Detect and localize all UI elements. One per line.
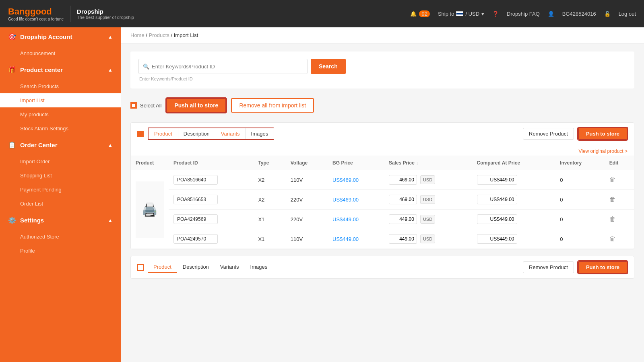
sidebar-section-product: 🎁 Product center ▲ Search Products Impor… <box>0 60 121 136</box>
product-id-input[interactable] <box>173 195 218 204</box>
sidebar-item-announcement[interactable]: Announcement <box>0 46 121 60</box>
remove-product-button-2[interactable]: Remove Product <box>523 261 574 273</box>
compared-price-input[interactable] <box>477 234 517 244</box>
sales-price-input[interactable] <box>389 234 417 244</box>
product-card-1: Product Description Variants Images Remo… <box>130 122 634 249</box>
import-order-label: Import Order <box>20 158 50 165</box>
sales-price-input[interactable] <box>389 195 417 204</box>
delete-icon[interactable]: 🗑 <box>609 235 616 242</box>
sidebar-section-settings: ⚙️ Settings ▲ Authorized Store Profile <box>0 211 121 258</box>
product-id-cell <box>169 190 253 210</box>
username-link[interactable]: BG428524016 <box>562 11 596 17</box>
remove-all-button[interactable]: Remove all from import list <box>231 98 314 113</box>
search-input[interactable] <box>152 64 303 70</box>
sidebar-order-header[interactable]: 📋 Order Center ▲ <box>0 136 121 154</box>
tab2-variants[interactable]: Variants <box>215 261 245 273</box>
th-voltage: Voltage <box>286 156 328 170</box>
table-row: 🖨️X2110VUS$469.00USD0🗑 <box>131 170 634 190</box>
sidebar-item-import-order[interactable]: Import Order <box>0 154 121 169</box>
th-product: Product <box>131 156 169 170</box>
announcement-label: Announcement <box>20 50 55 56</box>
tab2-description[interactable]: Description <box>177 261 215 273</box>
sidebar-item-order-list[interactable]: Order List <box>0 197 121 211</box>
product-id-input[interactable] <box>173 214 218 224</box>
tab-variants[interactable]: Variants <box>215 128 246 139</box>
sidebar-item-search-products[interactable]: Search Products <box>0 79 121 93</box>
product-image-cell: 🖨️ <box>131 170 169 249</box>
compared-price-input[interactable] <box>477 214 517 224</box>
sidebar-settings-header[interactable]: ⚙️ Settings ▲ <box>0 211 121 230</box>
push-to-store-button[interactable]: Push to store <box>578 128 627 140</box>
payment-pending-label: Payment Pending <box>20 187 62 193</box>
th-inventory: Inventory <box>555 156 605 170</box>
compared-price-cell <box>472 190 555 210</box>
tab-product[interactable]: Product <box>149 128 178 139</box>
authorized-store-label: Authorized Store <box>20 234 59 240</box>
sidebar-section-dropship: 🎯 Dropship Account ▲ Announcement <box>0 27 121 60</box>
search-area: 🔍 Search Enter Keywords/Product ID <box>130 51 634 88</box>
currency-label: / USD <box>465 11 479 17</box>
product-card-2-checkbox[interactable] <box>137 264 144 271</box>
sidebar-item-authorized-store[interactable]: Authorized Store <box>0 230 121 244</box>
logout-link[interactable]: Log out <box>619 11 636 17</box>
compared-price-input[interactable] <box>477 195 517 204</box>
compared-price-cell <box>472 229 555 249</box>
push-to-store-button-2[interactable]: Push to store <box>578 261 627 274</box>
sidebar-product-header[interactable]: 🎁 Product center ▲ <box>0 60 121 79</box>
delete-icon[interactable]: 🗑 <box>609 196 616 203</box>
sidebar-dropship-header[interactable]: 🎯 Dropship Account ▲ <box>0 27 121 46</box>
search-button[interactable]: Search <box>311 59 346 74</box>
currency-badge: USD <box>420 215 435 224</box>
tab2-product[interactable]: Product <box>148 261 177 273</box>
product-id-cell <box>169 210 253 229</box>
select-all-checkbox[interactable] <box>130 102 137 109</box>
faq-link[interactable]: Dropship FAQ <box>507 11 540 17</box>
ship-to[interactable]: Ship to / USD ▾ <box>438 11 484 17</box>
bg-price-cell: US$469.00 <box>328 170 384 190</box>
currency-badge: USD <box>420 175 435 184</box>
tab-images[interactable]: Images <box>246 128 274 139</box>
sidebar-item-profile[interactable]: Profile <box>0 244 121 258</box>
remove-product-button[interactable]: Remove Product <box>523 128 574 140</box>
view-original-link[interactable]: View original product > <box>578 148 627 154</box>
inventory-cell: 0 <box>555 210 605 229</box>
header: Banggood Good life doesn't cost a fortun… <box>0 0 644 27</box>
inventory-cell: 0 <box>555 229 605 249</box>
sales-price-wrap: USD <box>389 195 467 204</box>
select-all-label: Select All <box>140 103 161 109</box>
card1-left: Product Description Variants Images <box>137 128 274 140</box>
logo-brand: Banggood <box>8 6 64 17</box>
stock-alarm-label: Stock Alarm Settings <box>20 125 68 132</box>
breadcrumb-products[interactable]: Products <box>149 32 169 38</box>
breadcrumb-sep2: / <box>171 32 173 38</box>
sales-price-wrap: USD <box>389 214 467 224</box>
push-all-button[interactable]: Push all to store <box>166 98 226 113</box>
compared-price-input[interactable] <box>477 175 517 185</box>
voltage-cell: 110V <box>286 229 328 249</box>
product-id-input[interactable] <box>173 234 218 244</box>
delete-icon[interactable]: 🗑 <box>609 176 616 183</box>
breadcrumb-home[interactable]: Home <box>130 32 144 38</box>
dropship-sub: The best supplier of dropship <box>77 15 134 20</box>
chevron-up-icon-2: ▲ <box>108 67 113 73</box>
sales-price-input[interactable] <box>389 214 417 224</box>
sales-price-input[interactable] <box>389 175 417 185</box>
sidebar-item-payment-pending[interactable]: Payment Pending <box>0 183 121 197</box>
product-card-2: Product Description Variants Images Remo… <box>130 256 634 279</box>
sidebar-item-stock-alarm[interactable]: Stock Alarm Settings <box>0 121 121 136</box>
th-sales-price[interactable]: Sales Price <box>384 156 472 170</box>
sidebar-item-my-products[interactable]: My products <box>0 107 121 121</box>
notification-bell[interactable]: 🔔 92 <box>410 11 430 17</box>
search-row: 🔍 Search <box>138 59 626 74</box>
sidebar-item-import-list[interactable]: Import List <box>0 93 121 107</box>
tab-description[interactable]: Description <box>178 128 216 139</box>
sidebar-dropship-header-left: 🎯 Dropship Account <box>8 33 72 41</box>
tab2-images[interactable]: Images <box>245 261 273 273</box>
product-card-1-checkbox[interactable] <box>137 131 144 137</box>
header-left: Banggood Good life doesn't cost a fortun… <box>8 6 134 22</box>
header-divider <box>70 6 70 22</box>
sidebar-item-shopping-list[interactable]: Shopping List <box>0 169 121 183</box>
product-id-input[interactable] <box>173 175 218 185</box>
order-list-label: Order List <box>20 201 43 207</box>
delete-icon[interactable]: 🗑 <box>609 216 616 222</box>
